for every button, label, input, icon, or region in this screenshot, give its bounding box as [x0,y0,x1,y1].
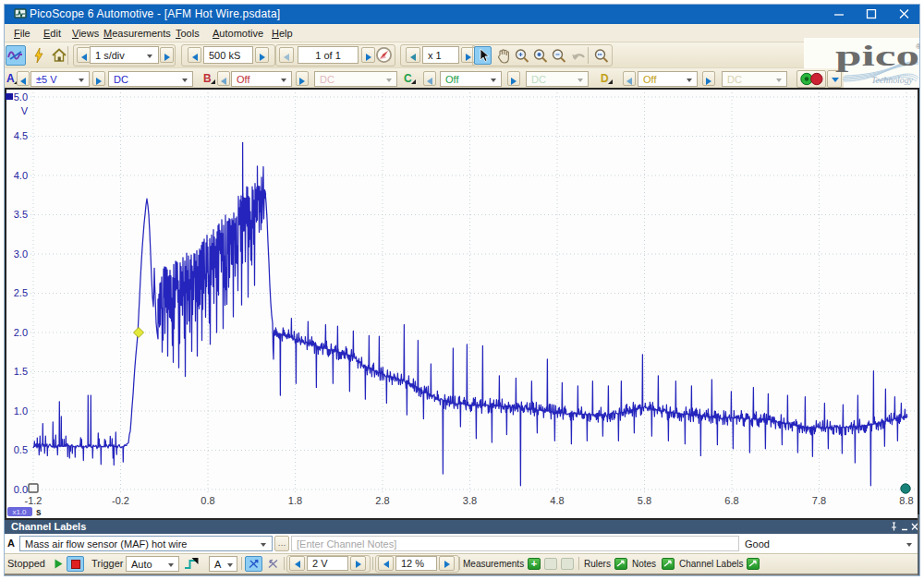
svg-text:4.0: 4.0 [14,170,28,181]
svg-text:2.0: 2.0 [14,327,28,338]
svg-text:Technology: Technology [871,75,914,85]
svg-text:0.0: 0.0 [14,484,28,495]
svg-text:6.8: 6.8 [724,495,738,506]
svg-text:8.8: 8.8 [899,495,913,506]
svg-text:0.5: 0.5 [14,444,28,455]
svg-text:s: s [36,507,42,517]
svg-text:4.8: 4.8 [550,495,564,506]
svg-text:1.8: 1.8 [288,495,302,506]
svg-text:x1.0: x1.0 [12,508,27,516]
svg-text:-0.2: -0.2 [112,495,129,506]
svg-text:V: V [21,105,29,116]
svg-text:2.8: 2.8 [375,495,389,506]
svg-text:1.0: 1.0 [14,405,28,417]
svg-text:5.0: 5.0 [14,91,28,103]
svg-text:3.8: 3.8 [463,495,477,506]
svg-text:3.5: 3.5 [14,209,28,220]
svg-text:®: ® [916,42,920,51]
svg-text:0.8: 0.8 [201,495,214,506]
svg-text:7.8: 7.8 [812,495,826,506]
svg-text:5.8: 5.8 [638,495,651,506]
svg-text:1.5: 1.5 [14,366,28,377]
svg-text:pico: pico [835,39,919,72]
svg-text:2.5: 2.5 [14,287,28,298]
svg-text:3.0: 3.0 [14,248,28,260]
svg-text:4.5: 4.5 [14,130,28,141]
svg-text:-1.2: -1.2 [25,495,43,506]
